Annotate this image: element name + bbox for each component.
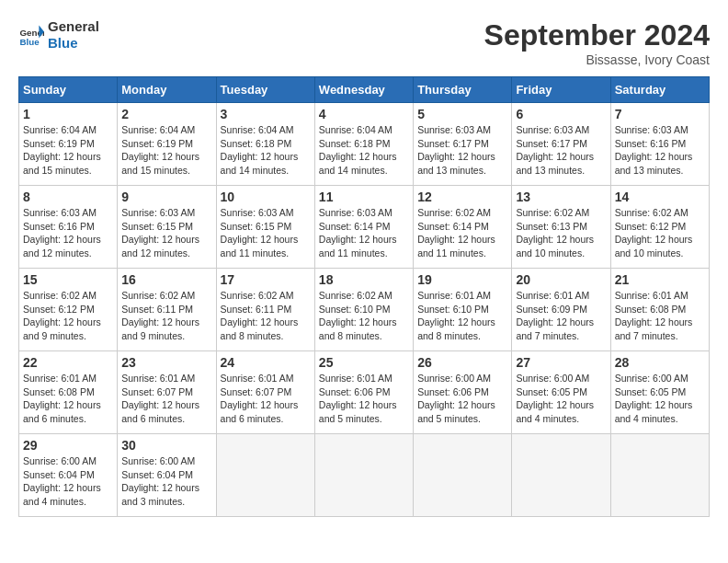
month-title: September 2024 <box>484 18 710 52</box>
table-row <box>216 434 314 517</box>
day-detail: Sunrise: 6:00 AM Sunset: 6:06 PM Dayligh… <box>417 372 507 426</box>
location: Bissasse, Ivory Coast <box>484 52 710 67</box>
table-row <box>610 434 709 517</box>
day-number: 27 <box>516 355 606 370</box>
col-friday: Friday <box>512 77 610 103</box>
table-row <box>512 434 610 517</box>
table-row: 7 Sunrise: 6:03 AM Sunset: 6:16 PM Dayli… <box>610 103 709 186</box>
table-row: 1 Sunrise: 6:04 AM Sunset: 6:19 PM Dayli… <box>19 103 118 186</box>
calendar-week-row: 8 Sunrise: 6:03 AM Sunset: 6:16 PM Dayli… <box>19 186 710 269</box>
day-detail: Sunrise: 6:00 AM Sunset: 6:05 PM Dayligh… <box>516 372 606 426</box>
day-number: 23 <box>121 355 211 370</box>
table-row <box>414 434 512 517</box>
table-row: 18 Sunrise: 6:02 AM Sunset: 6:10 PM Dayl… <box>314 269 413 351</box>
day-number: 2 <box>121 107 211 121</box>
day-detail: Sunrise: 6:03 AM Sunset: 6:15 PM Dayligh… <box>221 206 311 260</box>
calendar-week-row: 1 Sunrise: 6:04 AM Sunset: 6:19 PM Dayli… <box>19 103 710 186</box>
day-detail: Sunrise: 6:02 AM Sunset: 6:12 PM Dayligh… <box>23 289 113 343</box>
table-row: 29 Sunrise: 6:00 AM Sunset: 6:04 PM Dayl… <box>19 434 118 517</box>
day-number: 14 <box>615 190 705 204</box>
day-detail: Sunrise: 6:04 AM Sunset: 6:18 PM Dayligh… <box>221 123 311 178</box>
day-detail: Sunrise: 6:00 AM Sunset: 6:05 PM Dayligh… <box>615 372 705 426</box>
day-number: 7 <box>615 107 705 121</box>
page-header: General Blue General Blue September 2024… <box>18 18 710 67</box>
day-detail: Sunrise: 6:03 AM Sunset: 6:14 PM Dayligh… <box>319 206 409 260</box>
day-detail: Sunrise: 6:04 AM Sunset: 6:19 PM Dayligh… <box>121 123 211 178</box>
day-number: 16 <box>121 272 211 287</box>
day-detail: Sunrise: 6:01 AM Sunset: 6:08 PM Dayligh… <box>615 289 705 343</box>
day-detail: Sunrise: 6:02 AM Sunset: 6:10 PM Dayligh… <box>319 289 409 343</box>
day-detail: Sunrise: 6:01 AM Sunset: 6:08 PM Dayligh… <box>23 372 113 426</box>
day-number: 17 <box>221 272 311 287</box>
day-detail: Sunrise: 6:00 AM Sunset: 6:04 PM Dayligh… <box>23 454 113 509</box>
logo: General Blue General Blue <box>18 18 99 52</box>
day-number: 12 <box>417 190 507 204</box>
title-block: September 2024 Bissasse, Ivory Coast <box>484 18 710 67</box>
day-number: 21 <box>615 272 705 287</box>
table-row: 10 Sunrise: 6:03 AM Sunset: 6:15 PM Dayl… <box>216 186 314 269</box>
day-number: 9 <box>121 190 211 204</box>
table-row: 30 Sunrise: 6:00 AM Sunset: 6:04 PM Dayl… <box>118 434 216 517</box>
calendar-table: Sunday Monday Tuesday Wednesday Thursday… <box>18 76 710 517</box>
day-number: 6 <box>516 107 606 121</box>
day-detail: Sunrise: 6:02 AM Sunset: 6:13 PM Dayligh… <box>516 206 606 260</box>
table-row: 21 Sunrise: 6:01 AM Sunset: 6:08 PM Dayl… <box>610 269 709 351</box>
day-number: 28 <box>615 355 705 370</box>
day-number: 22 <box>23 355 113 370</box>
table-row: 17 Sunrise: 6:02 AM Sunset: 6:11 PM Dayl… <box>216 269 314 351</box>
day-number: 13 <box>516 190 606 204</box>
day-number: 24 <box>221 355 311 370</box>
day-number: 20 <box>516 272 606 287</box>
table-row: 19 Sunrise: 6:01 AM Sunset: 6:10 PM Dayl… <box>414 269 512 351</box>
day-number: 30 <box>121 438 211 453</box>
day-detail: Sunrise: 6:04 AM Sunset: 6:18 PM Dayligh… <box>319 123 409 178</box>
calendar-week-row: 15 Sunrise: 6:02 AM Sunset: 6:12 PM Dayl… <box>19 269 710 351</box>
day-detail: Sunrise: 6:00 AM Sunset: 6:04 PM Dayligh… <box>121 454 211 509</box>
table-row <box>314 434 413 517</box>
day-detail: Sunrise: 6:03 AM Sunset: 6:16 PM Dayligh… <box>615 123 705 178</box>
table-row: 25 Sunrise: 6:01 AM Sunset: 6:06 PM Dayl… <box>314 351 413 434</box>
day-detail: Sunrise: 6:02 AM Sunset: 6:11 PM Dayligh… <box>221 289 311 343</box>
day-number: 19 <box>417 272 507 287</box>
day-number: 8 <box>23 190 113 204</box>
col-saturday: Saturday <box>610 77 709 103</box>
day-number: 3 <box>221 107 311 121</box>
table-row: 27 Sunrise: 6:00 AM Sunset: 6:05 PM Dayl… <box>512 351 610 434</box>
logo-line2: Blue <box>48 35 99 52</box>
table-row: 24 Sunrise: 6:01 AM Sunset: 6:07 PM Dayl… <box>216 351 314 434</box>
day-detail: Sunrise: 6:03 AM Sunset: 6:16 PM Dayligh… <box>23 206 113 260</box>
table-row: 13 Sunrise: 6:02 AM Sunset: 6:13 PM Dayl… <box>512 186 610 269</box>
col-monday: Monday <box>118 77 216 103</box>
col-thursday: Thursday <box>414 77 512 103</box>
logo-line1: General <box>48 18 99 35</box>
table-row: 20 Sunrise: 6:01 AM Sunset: 6:09 PM Dayl… <box>512 269 610 351</box>
svg-text:Blue: Blue <box>19 37 40 47</box>
day-number: 1 <box>23 107 113 121</box>
day-detail: Sunrise: 6:02 AM Sunset: 6:12 PM Dayligh… <box>615 206 705 260</box>
day-number: 26 <box>417 355 507 370</box>
table-row: 4 Sunrise: 6:04 AM Sunset: 6:18 PM Dayli… <box>314 103 413 186</box>
day-detail: Sunrise: 6:03 AM Sunset: 6:17 PM Dayligh… <box>417 123 507 178</box>
calendar-week-row: 22 Sunrise: 6:01 AM Sunset: 6:08 PM Dayl… <box>19 351 710 434</box>
day-detail: Sunrise: 6:04 AM Sunset: 6:19 PM Dayligh… <box>23 123 113 178</box>
calendar-week-row: 29 Sunrise: 6:00 AM Sunset: 6:04 PM Dayl… <box>19 434 710 517</box>
table-row: 28 Sunrise: 6:00 AM Sunset: 6:05 PM Dayl… <box>610 351 709 434</box>
day-number: 5 <box>417 107 507 121</box>
day-number: 18 <box>319 272 409 287</box>
table-row: 11 Sunrise: 6:03 AM Sunset: 6:14 PM Dayl… <box>314 186 413 269</box>
table-row: 16 Sunrise: 6:02 AM Sunset: 6:11 PM Dayl… <box>118 269 216 351</box>
day-detail: Sunrise: 6:01 AM Sunset: 6:10 PM Dayligh… <box>417 289 507 343</box>
table-row: 14 Sunrise: 6:02 AM Sunset: 6:12 PM Dayl… <box>610 186 709 269</box>
day-detail: Sunrise: 6:01 AM Sunset: 6:07 PM Dayligh… <box>121 372 211 426</box>
table-row: 23 Sunrise: 6:01 AM Sunset: 6:07 PM Dayl… <box>118 351 216 434</box>
day-detail: Sunrise: 6:01 AM Sunset: 6:07 PM Dayligh… <box>221 372 311 426</box>
calendar-header-row: Sunday Monday Tuesday Wednesday Thursday… <box>19 77 710 103</box>
day-number: 29 <box>23 438 113 453</box>
day-detail: Sunrise: 6:03 AM Sunset: 6:17 PM Dayligh… <box>516 123 606 178</box>
day-number: 25 <box>319 355 409 370</box>
table-row: 3 Sunrise: 6:04 AM Sunset: 6:18 PM Dayli… <box>216 103 314 186</box>
table-row: 2 Sunrise: 6:04 AM Sunset: 6:19 PM Dayli… <box>118 103 216 186</box>
table-row: 26 Sunrise: 6:00 AM Sunset: 6:06 PM Dayl… <box>414 351 512 434</box>
day-number: 4 <box>319 107 409 121</box>
col-wednesday: Wednesday <box>314 77 413 103</box>
